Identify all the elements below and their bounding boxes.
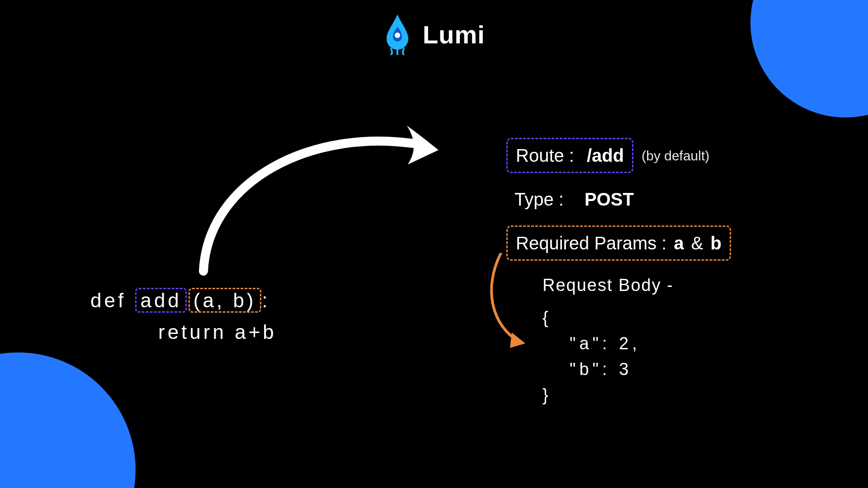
request-json: { "a": 2, "b": 3 }	[542, 305, 674, 408]
route-pill: Route : /add	[506, 138, 633, 173]
arrow-transform-icon	[194, 117, 448, 280]
arrow-params-to-body-icon	[487, 253, 542, 348]
route-value: /add	[587, 142, 624, 169]
param-b: b	[710, 230, 721, 257]
header: Lumi	[383, 14, 485, 55]
svg-point-0	[395, 33, 400, 38]
type-value: POST	[585, 186, 634, 213]
decor-corner-bottom-left	[0, 352, 136, 488]
code-line-1: def add(a, b):	[90, 285, 277, 316]
code-colon: :	[262, 289, 270, 311]
params-label: Required Params :	[516, 230, 666, 257]
json-line-1: "a": 2,	[542, 331, 674, 357]
json-open: {	[542, 305, 674, 331]
brand-name: Lumi	[423, 20, 485, 49]
route-row: Route : /add (by default)	[506, 138, 731, 173]
type-label: Type :	[514, 186, 564, 213]
type-row: Type : POST	[506, 186, 731, 213]
decor-corner-top-right	[750, 0, 868, 117]
keyword-def: def	[90, 289, 126, 311]
json-close: }	[542, 382, 674, 408]
request-title: Request Body -	[542, 276, 674, 295]
function-name-box: add	[135, 288, 186, 313]
json-line-2: "b": 3	[542, 357, 674, 382]
param-amp: &	[691, 230, 703, 257]
lumi-logo-icon	[383, 14, 412, 55]
source-code: def add(a, b): return a+b	[90, 285, 277, 348]
route-note: (by default)	[642, 145, 709, 166]
route-label: Route :	[516, 142, 574, 169]
param-a: a	[674, 230, 684, 257]
function-params-box: (a, b)	[189, 288, 261, 313]
request-body: Request Body - { "a": 2, "b": 3 }	[542, 276, 674, 408]
code-line-2: return a+b	[90, 316, 277, 348]
